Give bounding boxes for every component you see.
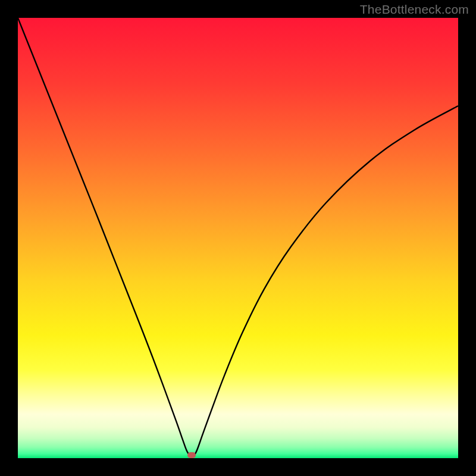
watermark-text: TheBottleneck.com bbox=[360, 2, 469, 17]
bottleneck-curve bbox=[18, 18, 458, 458]
plot-area bbox=[18, 18, 458, 458]
optimal-point-marker bbox=[187, 452, 196, 458]
